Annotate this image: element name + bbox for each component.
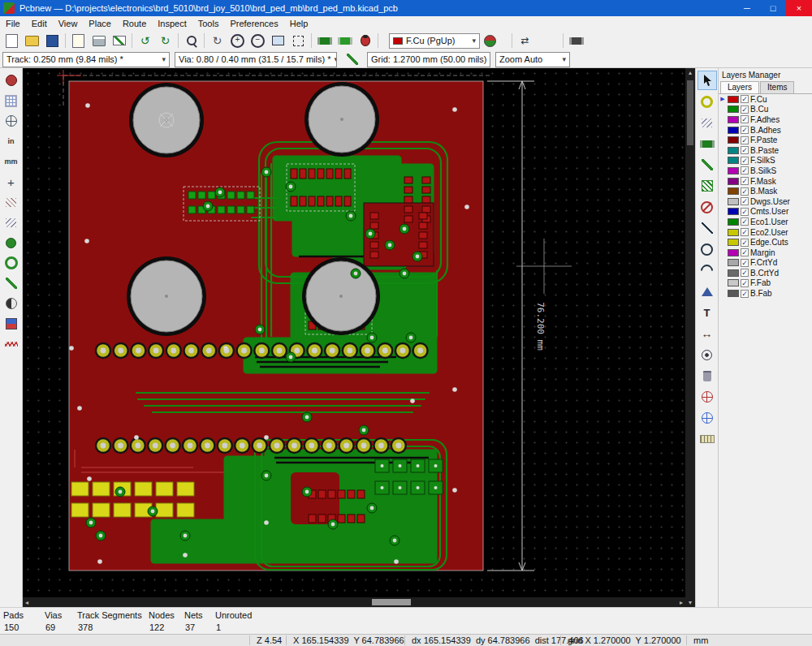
horizontal-scroll-thumb[interactable] [372, 599, 411, 605]
zoom-combo[interactable]: Zoom Auto [495, 52, 570, 67]
zoom-out-icon[interactable] [248, 31, 268, 50]
scroll-down-icon[interactable]: ▾ [689, 599, 692, 606]
pcb-drawing-area[interactable]: 76.200 mm [23, 68, 685, 597]
layer-selector[interactable]: F.Cu (PgUp) [389, 33, 480, 49]
layer-visibility-checkbox[interactable] [741, 126, 749, 134]
menu-tools[interactable]: Tools [192, 18, 225, 29]
layer-color-swatch[interactable] [728, 269, 739, 277]
add-polygon-icon[interactable] [698, 282, 717, 301]
layer-row-bfab[interactable]: B.Fab [719, 288, 812, 299]
layer-color-swatch[interactable] [728, 178, 739, 185]
maximize-button[interactable]: □ [760, 0, 786, 16]
layer-color-swatch[interactable] [728, 187, 739, 195]
menu-edit[interactable]: Edit [26, 18, 53, 29]
layer-row-edgecuts[interactable]: Edge.Cuts [719, 237, 812, 248]
layer-row-badhes[interactable]: B.Adhes [719, 125, 812, 136]
layer-color-swatch[interactable] [728, 167, 739, 174]
layer-visibility-checkbox[interactable] [741, 166, 749, 174]
layer-color-swatch[interactable] [728, 147, 739, 154]
add-arc-icon[interactable] [698, 261, 717, 280]
print-icon[interactable] [89, 31, 109, 50]
layer-color-swatch[interactable] [728, 218, 739, 226]
find-icon[interactable] [181, 31, 201, 50]
layer-row-fsilks[interactable]: F.SilkS [719, 156, 812, 166]
new-board-icon[interactable] [2, 31, 22, 50]
drill-origin-icon[interactable] [698, 387, 717, 407]
high-contrast-icon[interactable] [2, 294, 21, 313]
highlight-net-icon[interactable] [698, 92, 717, 111]
layer-visibility-checkbox[interactable] [741, 197, 749, 205]
layer-visibility-checkbox[interactable] [741, 115, 749, 123]
layer-row-fpaste[interactable]: F.Paste [719, 135, 812, 145]
layer-color-swatch[interactable] [728, 96, 739, 103]
cursor-shape-icon[interactable] [2, 172, 21, 192]
layer-color-swatch[interactable] [728, 157, 739, 164]
page-settings-icon[interactable] [68, 31, 89, 50]
menu-place[interactable]: Place [83, 18, 117, 29]
scroll-left-icon[interactable]: ◂ [25, 599, 28, 606]
add-line-icon[interactable] [698, 218, 717, 238]
units-inches-icon[interactable] [2, 131, 21, 151]
drc-icon[interactable] [355, 31, 375, 50]
layer-color-swatch[interactable] [728, 249, 739, 256]
minimize-button[interactable]: ─ [734, 0, 760, 16]
microwave-tools-icon[interactable] [2, 334, 21, 354]
grid-combo[interactable]: Grid: 1.2700 mm (50.00 mils) [367, 52, 490, 67]
layer-visibility-checkbox[interactable] [741, 95, 749, 103]
layer-row-eco2[interactable]: Eco2.User [719, 227, 812, 238]
vertical-scroll-thumb[interactable] [687, 80, 693, 145]
grid-visibility-icon[interactable] [2, 91, 21, 110]
add-dimension-icon[interactable] [698, 324, 717, 343]
layer-visibility-checkbox[interactable] [741, 228, 749, 236]
via-size-combo[interactable]: Via: 0.80 / 0.40 mm (31.5 / 15.7 mils) * [175, 52, 337, 67]
zoom-fit-icon[interactable] [268, 31, 288, 50]
measure-tool-icon[interactable] [698, 429, 717, 449]
undo-icon[interactable] [135, 31, 155, 50]
tab-layers[interactable]: Layers [720, 81, 759, 93]
grid-origin-icon[interactable] [698, 408, 717, 428]
layer-color-swatch[interactable] [728, 116, 739, 123]
layer-visibility-checkbox[interactable] [741, 106, 749, 114]
layer-row-fmask[interactable]: F.Mask [719, 176, 812, 187]
layer-row-dwgs[interactable]: Dwgs.User [719, 196, 812, 207]
layer-color-swatch[interactable] [728, 208, 739, 215]
units-mm-icon[interactable] [2, 152, 21, 171]
enforce-drc-icon[interactable] [2, 71, 21, 90]
pcb-canvas[interactable]: 76.200 mm ▴ ▾ ◂ ▸ [23, 68, 695, 607]
layer-row-eco1[interactable]: Eco1.User [719, 217, 812, 227]
layers-manager-toggle-icon[interactable] [2, 314, 21, 334]
menu-route[interactable]: Route [117, 18, 152, 29]
add-keepout-icon[interactable] [698, 197, 717, 217]
menu-file[interactable]: File [0, 18, 26, 29]
layer-visibility-checkbox[interactable] [741, 290, 749, 298]
add-zone-icon[interactable] [698, 176, 717, 196]
layer-visibility-checkbox[interactable] [741, 146, 749, 154]
layer-row-bcrtyd[interactable]: B.CrtYd [719, 268, 812, 278]
footprint-editor-icon[interactable] [314, 31, 335, 50]
vertical-scrollbar[interactable]: ▴ ▾ [685, 68, 695, 607]
layer-pair-icon[interactable] [480, 31, 500, 50]
polar-coords-icon[interactable] [2, 111, 21, 131]
footprint-ratsnest-icon[interactable] [2, 213, 21, 232]
pcb-drawing[interactable]: 76.200 mm [23, 68, 685, 597]
layer-visibility-checkbox[interactable] [741, 136, 749, 144]
menu-preferences[interactable]: Preferences [224, 18, 283, 29]
layer-visibility-checkbox[interactable] [741, 279, 749, 287]
layer-color-swatch[interactable] [728, 127, 739, 134]
add-footprint-icon[interactable] [698, 134, 717, 153]
layer-color-swatch[interactable] [728, 198, 739, 205]
add-text-icon[interactable] [698, 303, 717, 322]
update-pcb-from-schematic-icon[interactable] [515, 31, 535, 50]
delete-tool-icon[interactable] [698, 366, 717, 385]
footprint-viewer-icon[interactable] [335, 31, 355, 50]
footprint-properties-icon[interactable] [566, 31, 586, 50]
route-tracks-icon[interactable] [698, 155, 717, 174]
zoom-in-icon[interactable] [227, 31, 248, 50]
scroll-right-icon[interactable]: ▸ [680, 599, 683, 606]
open-board-icon[interactable] [22, 31, 42, 50]
layer-visibility-checkbox[interactable] [741, 248, 749, 256]
layer-row-fcu[interactable]: F.Cu [719, 94, 812, 105]
scroll-up-icon[interactable]: ▴ [689, 69, 692, 76]
select-tool-icon[interactable] [698, 71, 717, 90]
layer-row-bcu[interactable]: B.Cu [719, 105, 812, 115]
